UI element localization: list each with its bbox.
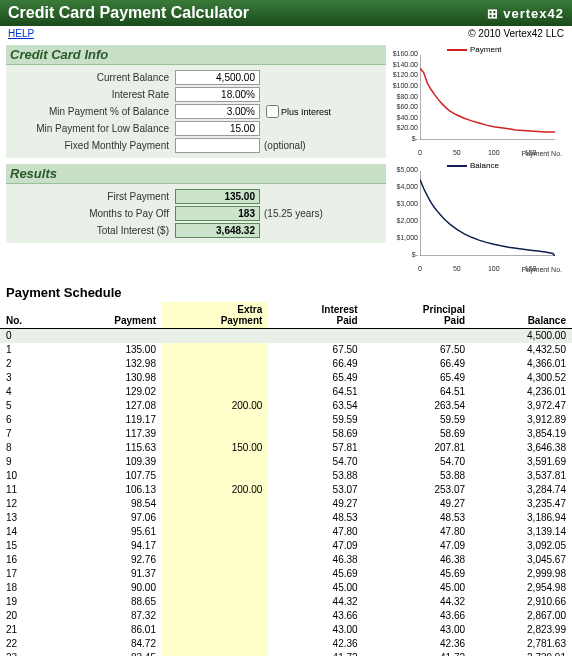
table-row: 2383.4541.7241.722,739.91	[0, 651, 572, 657]
cell-balance: 3,139.14	[471, 525, 572, 539]
cell-payment: 94.17	[56, 539, 162, 553]
cell-interest: 41.72	[268, 651, 363, 657]
cell-balance: 2,954.98	[471, 581, 572, 595]
cell-payment: 97.06	[56, 511, 162, 525]
cell-no: 3	[0, 371, 56, 385]
cell-balance: 3,591.69	[471, 455, 572, 469]
cell-principal: 47.09	[364, 539, 471, 553]
cell-principal: 67.50	[364, 343, 471, 357]
cell-balance: 2,781.63	[471, 637, 572, 651]
col-balance: Balance	[471, 302, 572, 329]
info-header: Credit Card Info	[6, 45, 386, 65]
cell-balance: 2,910.66	[471, 595, 572, 609]
cell-extra	[162, 581, 268, 595]
cell-no: 16	[0, 553, 56, 567]
total-interest-label: Total Interest ($)	[10, 225, 175, 236]
current-balance-label: Current Balance	[10, 72, 175, 83]
cell-interest: 66.49	[268, 357, 363, 371]
table-row: 2284.7242.3642.362,781.63	[0, 637, 572, 651]
cell-balance: 2,999.98	[471, 567, 572, 581]
charts-column: Payment$160.00$140.00$120.00$100.00$80.0…	[392, 45, 562, 277]
y-tick: $60.00	[397, 103, 418, 110]
cell-payment: 84.72	[56, 637, 162, 651]
interest-rate-label: Interest Rate	[10, 89, 175, 100]
cell-extra	[162, 357, 268, 371]
balance-chart: Balance$5,000$4,000$3,000$2,000$1,000$-0…	[392, 161, 562, 271]
cell-extra	[162, 329, 268, 343]
cell-payment: 117.39	[56, 427, 162, 441]
cell-extra	[162, 385, 268, 399]
results-section: Results First Payment 135.00 Months to P…	[6, 164, 386, 243]
y-tick: $160.00	[393, 50, 418, 57]
min-low-input[interactable]	[175, 121, 260, 136]
table-row: 1135.0067.5067.504,432.50	[0, 343, 572, 357]
cell-extra	[162, 567, 268, 581]
y-tick: $80.00	[397, 92, 418, 99]
cell-no: 4	[0, 385, 56, 399]
cell-extra	[162, 651, 268, 657]
cell-interest: 43.66	[268, 609, 363, 623]
cell-no: 6	[0, 413, 56, 427]
table-row: 04,500.00	[0, 329, 572, 343]
fixed-input[interactable]	[175, 138, 260, 153]
table-row: 1298.5449.2749.273,235.47	[0, 497, 572, 511]
cell-extra	[162, 455, 268, 469]
plus-interest-checkbox[interactable]	[266, 105, 279, 118]
table-row: 2186.0143.0043.002,823.99	[0, 623, 572, 637]
cell-extra: 150.00	[162, 441, 268, 455]
cell-payment: 115.63	[56, 441, 162, 455]
cell-extra	[162, 595, 268, 609]
cell-payment: 98.54	[56, 497, 162, 511]
cell-interest: 59.59	[268, 413, 363, 427]
months-label: Months to Pay Off	[10, 208, 175, 219]
cell-no: 9	[0, 455, 56, 469]
current-balance-input[interactable]	[175, 70, 260, 85]
cell-principal: 47.80	[364, 525, 471, 539]
y-tick: $140.00	[393, 60, 418, 67]
cell-principal: 253.07	[364, 483, 471, 497]
help-link[interactable]: HELP	[8, 28, 34, 39]
y-tick: $40.00	[397, 113, 418, 120]
table-row: 10107.7553.8853.883,537.81	[0, 469, 572, 483]
x-tick: 0	[418, 265, 422, 272]
col-interest: Interest Paid	[268, 302, 363, 329]
cell-payment	[56, 329, 162, 343]
x-tick: 100	[488, 149, 500, 156]
col-no: No.	[0, 302, 56, 329]
cell-extra: 200.00	[162, 399, 268, 413]
cell-extra	[162, 427, 268, 441]
cell-interest	[268, 329, 363, 343]
cell-payment: 86.01	[56, 623, 162, 637]
y-tick: $3,000	[397, 200, 418, 207]
cell-interest: 63.54	[268, 399, 363, 413]
total-interest-value: 3,648.32	[175, 223, 260, 238]
cell-payment: 109.39	[56, 455, 162, 469]
cell-principal: 53.88	[364, 469, 471, 483]
cell-balance: 3,646.38	[471, 441, 572, 455]
cell-no: 7	[0, 427, 56, 441]
table-row: 6119.1759.5959.593,912.89	[0, 413, 572, 427]
cell-principal	[364, 329, 471, 343]
first-payment-value: 135.00	[175, 189, 260, 204]
x-tick: 0	[418, 149, 422, 156]
cell-payment: 130.98	[56, 371, 162, 385]
y-tick: $-	[412, 251, 418, 258]
cell-principal: 59.59	[364, 413, 471, 427]
y-tick: $4,000	[397, 183, 418, 190]
cell-interest: 58.69	[268, 427, 363, 441]
cell-interest: 54.70	[268, 455, 363, 469]
cell-payment: 92.76	[56, 553, 162, 567]
cell-principal: 42.36	[364, 637, 471, 651]
cell-balance: 4,236.01	[471, 385, 572, 399]
interest-rate-input[interactable]	[175, 87, 260, 102]
cell-no: 14	[0, 525, 56, 539]
cell-balance: 3,912.89	[471, 413, 572, 427]
cell-no: 17	[0, 567, 56, 581]
cell-payment: 87.32	[56, 609, 162, 623]
y-tick: $120.00	[393, 71, 418, 78]
table-row: 1692.7646.3846.383,045.67	[0, 553, 572, 567]
cell-payment: 107.75	[56, 469, 162, 483]
cell-extra	[162, 539, 268, 553]
cell-no: 12	[0, 497, 56, 511]
min-pct-input[interactable]	[175, 104, 260, 119]
